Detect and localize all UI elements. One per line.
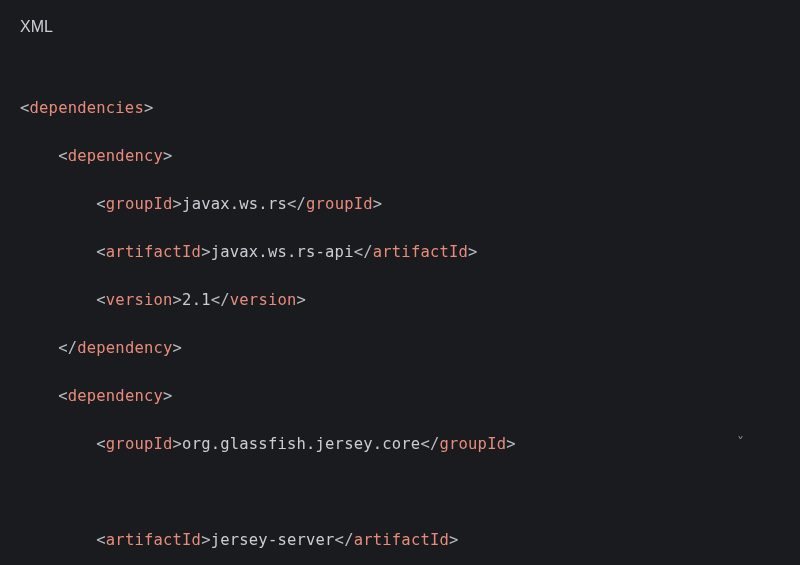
code-line: <version>2.1</version> (20, 288, 780, 312)
code-line: <artifactId>javax.ws.rs-api</artifactId> (20, 240, 780, 264)
code-line: <groupId>javax.ws.rs</groupId> (20, 192, 780, 216)
blank-line (20, 480, 780, 504)
code-line: <dependency> (20, 384, 780, 408)
code-snippet-container: XML <dependencies> <dependency> <groupId… (0, 0, 800, 565)
code-line: <dependencies> (20, 96, 780, 120)
code-line: <dependency> (20, 144, 780, 168)
chevron-down-icon[interactable]: ˅ (737, 432, 744, 454)
code-block[interactable]: <dependencies> <dependency> <groupId>jav… (20, 72, 780, 565)
code-line: </dependency> (20, 336, 780, 360)
code-line: <artifactId>jersey-server</artifactId> (20, 528, 780, 552)
language-label: XML (20, 18, 780, 36)
code-line: <groupId>org.glassfish.jersey.core</grou… (20, 432, 780, 456)
